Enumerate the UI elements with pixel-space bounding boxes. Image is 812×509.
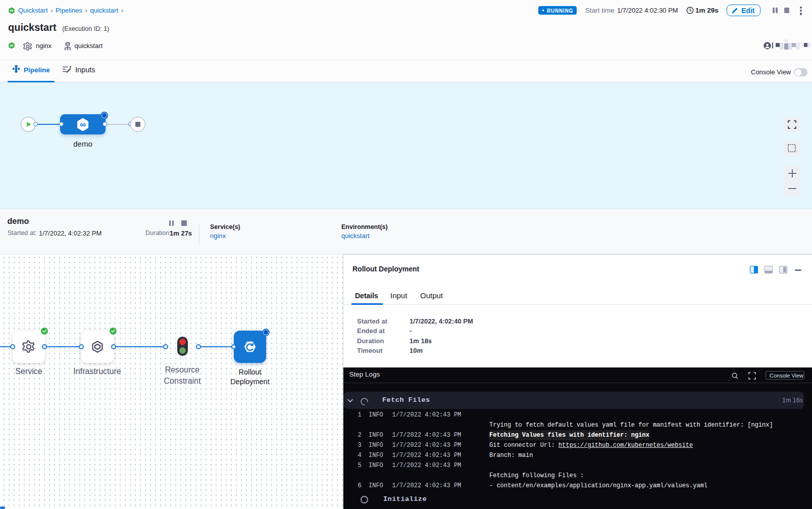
svg-text:∞: ∞ bbox=[10, 8, 13, 13]
svg-text:∞: ∞ bbox=[10, 42, 13, 48]
svg-text:∞: ∞ bbox=[80, 120, 86, 129]
